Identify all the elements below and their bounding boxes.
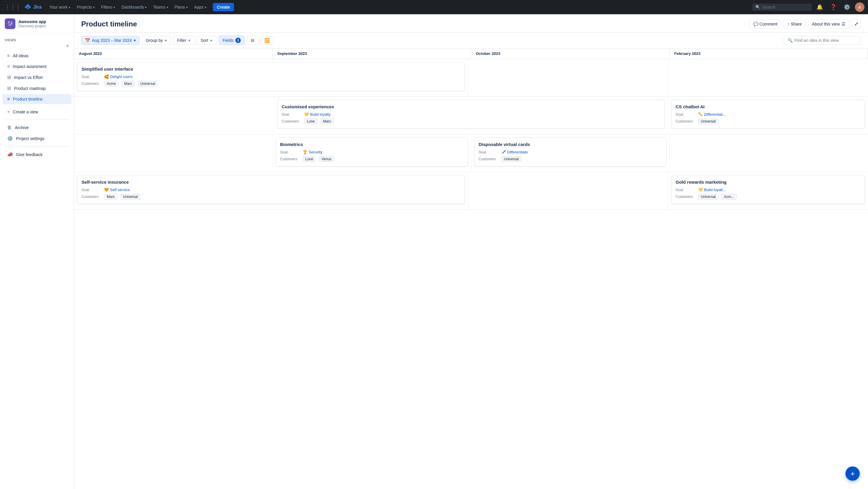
nav-your-work[interactable]: Your work ▾ (46, 4, 73, 11)
card-self-service-insurance[interactable]: Self-service insurance Goal 🧡 Self servi… (77, 175, 465, 204)
expand-button[interactable]: ⤢ (852, 19, 861, 29)
sidebar-item-impact-assessment[interactable]: ≡ Impact assesment (2, 61, 71, 71)
card-goal[interactable]: 🥰 Delight users (104, 75, 132, 79)
sidebar-item-product-roadmap[interactable]: ⊞ Product roadmap (2, 83, 71, 93)
customer-tag: Acme (104, 81, 119, 87)
page-header: Product timeline 💬 Comment ↑ Share About… (74, 14, 868, 33)
main-content: Product timeline 💬 Comment ↑ Share About… (74, 14, 868, 489)
customer-tag: Universal (501, 156, 522, 162)
customer-tag: Universal (137, 81, 158, 87)
chevron-down-icon: ▾ (93, 6, 95, 9)
card-goal[interactable]: 💛 Build loyalty (304, 112, 331, 117)
card-title: Biometrics (280, 142, 464, 147)
chevron-down-icon: ▾ (69, 6, 70, 9)
row1-col3-empty (468, 59, 668, 96)
card-goal[interactable]: 🧡 Self service (104, 188, 130, 192)
goal-emoji: ✏️ (698, 112, 703, 117)
card-cs-chatbot[interactable]: CS chatbot AI Goal ✏️ Differentiat... Cu… (671, 100, 865, 129)
nav-plans[interactable]: Plans ▾ (172, 4, 191, 11)
goal-emoji: 🏆 (303, 150, 307, 154)
search-bar[interactable]: 🔍 (752, 4, 812, 11)
sidebar-item-label: Impact vs Effort (14, 75, 43, 80)
card-goal[interactable]: 🖊️ Differentiate (501, 150, 528, 154)
chevron-down-icon: ▾ (186, 6, 188, 9)
group-by-button[interactable]: Group by + (142, 36, 171, 45)
goal-label: Goal (82, 75, 102, 79)
apps-grid-icon[interactable]: ⋮⋮⋮ (4, 3, 22, 11)
add-view-icon[interactable]: + (66, 43, 69, 49)
sidebar-item-give-feedback[interactable]: 📣 Give feedback (2, 149, 71, 160)
goal-emoji: 🖊️ (501, 150, 506, 154)
plus-icon: + (188, 38, 191, 43)
row4-col4: Gold rewards marketing Goal 💛 Build loya… (668, 172, 868, 209)
fields-button[interactable]: Fields 3 (219, 36, 245, 45)
card-goal[interactable]: 🏆 Security (303, 150, 322, 154)
goal-label: Goal (676, 188, 696, 192)
settings-icon: ⚙️ (7, 136, 13, 141)
plus-icon: + (210, 38, 212, 43)
view-options-button[interactable]: ⊟ (247, 36, 258, 45)
customer-tag: Universal (698, 118, 718, 124)
card-disposable-virtual-cards[interactable]: Disposable virtual cards Goal 🖊️ Differe… (474, 137, 667, 167)
avatar[interactable]: A (855, 2, 864, 12)
grid-icon: ⊞ (7, 75, 11, 80)
sidebar-item-project-settings[interactable]: ⚙️ Project settings (2, 133, 71, 144)
settings-icon[interactable]: ⚙️ (841, 3, 852, 11)
sidebar-item-all-ideas[interactable]: ≡ All ideas (2, 51, 71, 61)
about-this-view-button[interactable]: About this view ☰ (808, 20, 849, 28)
create-button[interactable]: Create (213, 3, 234, 11)
customer-tag: Lune (304, 118, 317, 124)
share-icon: ↑ (787, 22, 789, 26)
notifications-icon[interactable]: 🔔 (814, 3, 825, 11)
help-icon[interactable]: ❓ (828, 3, 839, 11)
jira-logo[interactable]: Jira (24, 4, 41, 11)
customer-tag: Universal (120, 194, 141, 200)
project-header[interactable]: 🔮 Awesome app Discovery project (0, 14, 74, 33)
row3-col1-empty (74, 135, 273, 172)
sort-button[interactable]: Sort + (197, 36, 216, 45)
share-button[interactable]: ↑ Share (783, 20, 805, 28)
search-input[interactable] (762, 5, 809, 9)
goal-emoji: 💛 (304, 112, 309, 117)
date-range-button[interactable]: 📅 Aug 2023 – Mar 2024 ▾ (81, 36, 140, 45)
card-goal[interactable]: ✏️ Differentiat... (698, 112, 726, 117)
comment-button[interactable]: 💬 Comment (749, 20, 781, 28)
row3-col2: Biometrics Goal 🏆 Security Customers Lun… (273, 135, 471, 172)
row2-col1-empty (74, 97, 274, 134)
list-icon: ≡ (7, 64, 10, 69)
customers-label: Customers (82, 82, 102, 86)
sidebar-item-archive[interactable]: 🗑 Archive (2, 122, 71, 133)
sidebar-item-label: Archive (15, 125, 29, 130)
project-icon: 🔮 (5, 19, 16, 29)
add-idea-fab[interactable]: + (845, 466, 860, 481)
sidebar-item-create-view[interactable]: + Create a view (2, 107, 71, 117)
main-nav: Your work ▾ Projects ▾ Filters ▾ Dashboa… (46, 4, 209, 11)
sidebar-item-impact-vs-effort[interactable]: ⊞ Impact vs Effort (2, 72, 71, 83)
plus-icon: + (7, 109, 10, 115)
card-goal[interactable]: 💛 Build loyalt... (698, 188, 726, 192)
nav-projects[interactable]: Projects ▾ (74, 4, 97, 11)
fields-count-badge: 3 (236, 38, 241, 43)
project-name: Awesome app (19, 19, 46, 24)
timeline-search[interactable]: 🔍 (784, 36, 861, 45)
find-idea-input[interactable] (795, 38, 857, 43)
card-simplified-ui[interactable]: Simplified user interface Goal 🥰 Delight… (77, 62, 465, 91)
sidebar-item-product-timeline[interactable]: ≡ Product timeline (2, 94, 71, 104)
customers-label: Customers (676, 195, 696, 199)
nav-apps[interactable]: Apps ▾ (191, 4, 209, 11)
auto-schedule-button[interactable]: 🔁 (260, 36, 273, 45)
menu-icon: ☰ (842, 22, 845, 26)
goal-emoji: 🧡 (104, 188, 109, 192)
nav-dashboards[interactable]: Dashboards ▾ (119, 4, 150, 11)
nav-teams[interactable]: Teams ▾ (150, 4, 171, 11)
card-biometrics[interactable]: Biometrics Goal 🏆 Security Customers Lun… (276, 137, 468, 167)
filter-button[interactable]: Filter + (173, 36, 194, 45)
card-customised-experiences[interactable]: Customised experiences Goal 💛 Build loya… (277, 100, 665, 129)
card-title: Self-service insurance (82, 179, 460, 184)
sidebar-item-label: Give feedback (16, 152, 43, 157)
project-subtitle: Discovery project (19, 24, 46, 28)
card-gold-rewards[interactable]: Gold rewards marketing Goal 💛 Build loya… (671, 175, 865, 204)
sidebar-item-label: Product roadmap (14, 86, 45, 91)
customers-label: Customers (280, 157, 301, 161)
nav-filters[interactable]: Filters ▾ (98, 4, 118, 11)
